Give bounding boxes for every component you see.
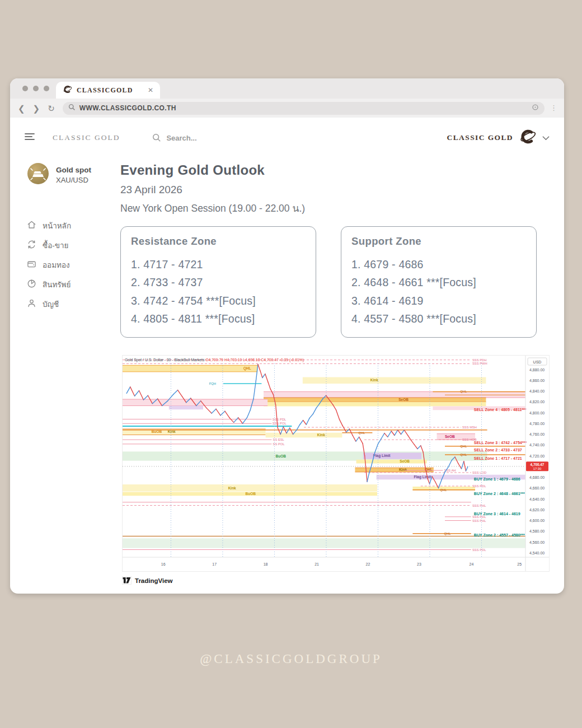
price-chart[interactable]: QHLKinkSeOBBuOBKinkKinkBuOBFlag LimitSeO… — [122, 355, 548, 572]
sidebar-item-trade[interactable]: ซื้อ-ขาย — [27, 239, 122, 251]
chart-line-label: SSS PDL — [273, 418, 287, 421]
chart-band-label: Flag Limit — [373, 454, 391, 459]
sidebar-item-assets[interactable]: สินทรัพย์ — [27, 278, 122, 291]
account-brand-text: CLASSIC GOLD — [447, 133, 513, 142]
browser-menu-icon[interactable]: ⋮ — [550, 106, 557, 110]
chart-line-label: SSS PHL — [472, 504, 486, 507]
window-controls[interactable] — [22, 86, 49, 91]
tradingview-logo-icon — [122, 576, 132, 585]
x-axis-tick: 23 — [417, 562, 421, 566]
chart-zone-band — [123, 366, 257, 372]
support-item: 2. 4648 - 4661 ***[Focus] — [351, 273, 526, 291]
sidebar-item-label: หน้าหลัก — [43, 220, 71, 232]
chart-widget: QHLKinkSeOBBuOBKinkKinkBuOBFlag LimitSeO… — [122, 355, 548, 585]
support-zone-title: Support Zone — [351, 235, 526, 248]
chart-zone-band — [123, 484, 377, 492]
tradingview-attribution[interactable]: TradingView — [122, 576, 548, 585]
sidebar-nav: หน้าหลัก ซื้อ-ขาย ออมทอง — [27, 220, 122, 310]
chart-line-label: SS POL — [273, 442, 285, 446]
chart-band-label: SeOB — [445, 435, 455, 439]
chart-line-label: QHL — [358, 431, 365, 435]
chart-trade-zone-label: SELL Zone 4 : 4805 - 4811*** — [474, 408, 527, 412]
chart-line-label: FQH — [209, 382, 216, 385]
x-axis-tick: 24 — [470, 562, 474, 566]
sidebar-item-savings[interactable]: ออมทอง — [27, 259, 122, 271]
chart-trade-zone-label: BUY Zone 2 : 4648 - 4661*** — [474, 492, 525, 496]
sidebar-item-label: ออมทอง — [43, 259, 70, 271]
y-axis-tick: 4,860.00 — [529, 379, 545, 382]
chart-zone-band — [303, 377, 486, 384]
search-input[interactable]: Search... — [152, 133, 196, 142]
resistance-zone-title: Resistance Zone — [131, 235, 306, 248]
window-close-icon[interactable] — [22, 86, 28, 91]
brand-logo-icon — [519, 128, 537, 148]
browser-tab[interactable]: CLASSICGOLD ✕ — [56, 82, 160, 99]
sidebar-item-label: บัญชี — [43, 298, 59, 310]
y-axis-tick: 4,780.00 — [529, 422, 545, 426]
x-axis-tick: 21 — [315, 562, 319, 566]
resistance-zone-list: 1. 4717 - 4721 2. 4733 - 4737 3. 4742 - … — [131, 255, 306, 328]
chart-line-label: SSS LOD — [472, 471, 486, 474]
resistance-item: 2. 4733 - 4737 — [131, 273, 306, 291]
support-zone-box: Support Zone 1. 4679 - 4686 2. 4648 - 46… — [341, 226, 537, 338]
asset-symbol: XAU/USD — [56, 176, 91, 184]
pie-icon — [27, 279, 36, 290]
account-menu[interactable]: CLASSIC GOLD — [447, 128, 550, 148]
svg-text:17:30: 17:30 — [533, 467, 542, 470]
chart-band-label: QHL — [243, 367, 251, 371]
chart-line-label: QHL — [460, 454, 467, 457]
hamburger-menu-icon[interactable] — [25, 133, 35, 143]
y-axis-tick: 4,600.00 — [529, 519, 545, 522]
y-axis-tick: 4,820.00 — [529, 400, 545, 404]
chart-zone-band — [123, 539, 525, 548]
chart-line-label: SSS POL — [273, 422, 287, 426]
chart-line-label: QHL — [440, 488, 447, 492]
chart-zone-band — [266, 433, 342, 438]
svg-text:4,700.47: 4,700.47 — [531, 463, 545, 467]
browser-window: CLASSICGOLD ✕ ❮ ❯ ↻ WWW.CLASSICGOLD.CO.T… — [10, 78, 564, 594]
sidebar-item-home[interactable]: หน้าหลัก — [27, 220, 122, 232]
chart-band-label: Kink — [317, 433, 325, 437]
back-icon[interactable]: ❮ — [18, 104, 25, 113]
sidebar-item-label: สินทรัพย์ — [43, 278, 71, 291]
resistance-item: 1. 4717 - 4721 — [131, 255, 306, 273]
sidebar-item-account[interactable]: บัญชี — [27, 298, 122, 310]
chart-band-label: Kink — [399, 468, 407, 472]
forward-icon[interactable]: ❯ — [33, 104, 40, 113]
chart-band-label: Flag Limit — [414, 475, 432, 480]
chart-band-label: SeOB — [398, 398, 409, 402]
swap-icon — [27, 240, 36, 251]
window-minimize-icon[interactable] — [33, 86, 39, 91]
page-date: 23 April 2026 — [120, 184, 551, 196]
resistance-zone-box: Resistance Zone 1. 4717 - 4721 2. 4733 -… — [120, 226, 316, 338]
asset-name: Gold spot — [56, 166, 91, 174]
browser-titlebar: CLASSICGOLD ✕ — [10, 78, 564, 99]
asset-card[interactable]: Gold spot XAU/USD — [27, 162, 122, 187]
chart-trade-zone-label: BUY Zone 1 : 4679 - 4686 — [474, 477, 520, 481]
home-icon — [27, 220, 36, 231]
chart-trade-zone-label: BUY Zone 3 : 4614 - 4619 — [474, 512, 520, 516]
chart-line-label: SSS PDH — [472, 358, 486, 362]
url-search-icon — [68, 103, 76, 113]
chart-line-label: SSS PWH — [472, 362, 487, 366]
window-maximize-icon[interactable] — [44, 86, 49, 91]
chart-zone-band — [169, 406, 203, 410]
tradingview-label: TradingView — [135, 577, 173, 584]
chart-band-label: Kink — [370, 379, 378, 382]
resistance-item: 3. 4742 - 4754 ***[Focus] — [131, 292, 306, 310]
user-icon — [27, 298, 36, 310]
reload-icon[interactable]: ↻ — [48, 104, 55, 113]
chart-line-label: QHL — [460, 445, 467, 448]
y-axis-tick: 4,840.00 — [529, 389, 545, 393]
tab-close-icon[interactable]: ✕ — [148, 87, 153, 94]
chart-trade-zone-label: SELL Zone 3 : 4742 - 4754*** — [474, 441, 527, 445]
chart-band-label: BuOB — [276, 454, 287, 458]
x-axis-tick: 17 — [212, 562, 217, 566]
chart-trade-zone-label: SELL Zone 2 : 4733 - 4737 — [474, 448, 522, 452]
url-bar[interactable]: WWW.CLASSICGOLD.CO.TH — [63, 102, 545, 115]
chart-band-label: Kink — [228, 486, 236, 490]
page-info-icon[interactable] — [532, 103, 539, 113]
support-item: 1. 4679 - 4686 — [351, 255, 526, 273]
main-content: Evening Gold Outlook 23 April 2026 New Y… — [120, 162, 551, 585]
chart-line-label: SSS MSH — [462, 426, 477, 429]
